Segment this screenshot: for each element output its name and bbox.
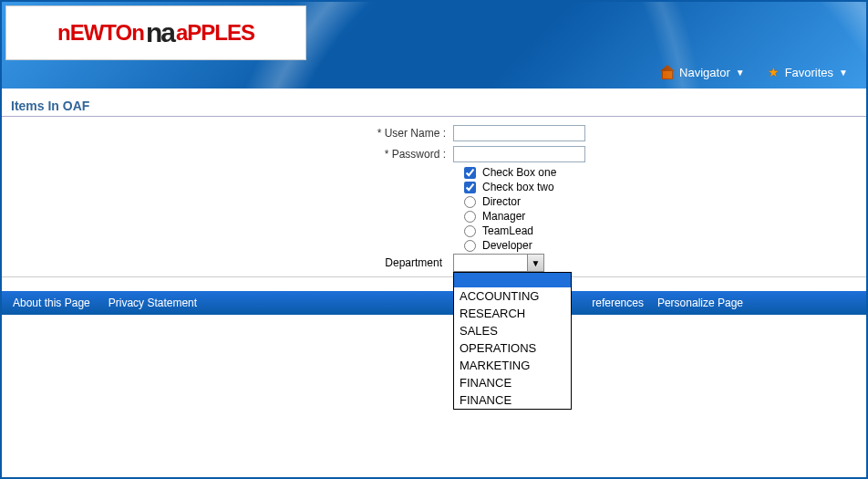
radio-director-label: Director: [482, 195, 521, 208]
header: nEWTOn na aPPLES Navigator ▼ ★ Favorites…: [2, 2, 866, 89]
radio-manager[interactable]: Manager: [464, 210, 525, 223]
radio-teamlead-input[interactable]: [464, 225, 476, 237]
star-icon: ★: [768, 65, 780, 79]
radio-developer[interactable]: Developer: [464, 239, 532, 252]
department-option[interactable]: OPERATIONS: [454, 339, 571, 357]
department-option[interactable]: FINANCE: [454, 374, 571, 391]
content: * User Name : * Password : Check Box one…: [2, 124, 866, 272]
checkbox-one-label: Check Box one: [482, 166, 556, 179]
checkbox-two[interactable]: Check box two: [464, 181, 554, 193]
navigator-menu[interactable]: Navigator ▼: [661, 65, 745, 79]
department-dropdown[interactable]: ▼ ACCOUNTING RESEARCH SALES OPERATIONS M…: [453, 254, 544, 272]
section-title: Items In OAF: [2, 93, 866, 117]
department-option[interactable]: FINANCE: [454, 391, 571, 409]
privacy-link[interactable]: Privacy Statement: [108, 297, 197, 309]
password-label: * Password :: [11, 148, 453, 161]
radio-director[interactable]: Director: [464, 195, 521, 208]
department-selected-value: [454, 255, 527, 271]
checkbox-two-label: Check box two: [482, 181, 554, 193]
department-option[interactable]: ACCOUNTING: [454, 287, 571, 305]
department-display[interactable]: ▼: [453, 254, 544, 272]
radio-row-developer: Developer: [11, 239, 857, 252]
username-input[interactable]: [453, 125, 585, 141]
password-input[interactable]: [453, 146, 585, 162]
department-option[interactable]: MARKETING: [454, 357, 571, 374]
checkbox-one-input[interactable]: [464, 167, 476, 179]
username-label: * User Name :: [11, 127, 453, 140]
username-row: * User Name :: [11, 124, 857, 142]
radio-row-teamlead: TeamLead: [11, 224, 857, 237]
home-icon: [661, 67, 674, 78]
top-menu: Navigator ▼ ★ Favorites ▼: [661, 65, 848, 79]
preferences-link[interactable]: references: [592, 297, 644, 309]
chevron-down-icon[interactable]: ▼: [527, 255, 543, 271]
checkbox-one[interactable]: Check Box one: [464, 166, 556, 179]
radio-teamlead-label: TeamLead: [482, 224, 533, 237]
personalize-link[interactable]: Personalize Page: [657, 297, 743, 309]
logo: nEWTOn na aPPLES: [5, 5, 306, 60]
department-options-list: ACCOUNTING RESEARCH SALES OPERATIONS MAR…: [453, 272, 572, 410]
radio-row-director: Director: [11, 195, 857, 208]
password-row: * Password :: [11, 145, 857, 163]
radio-teamlead[interactable]: TeamLead: [464, 224, 533, 237]
department-option[interactable]: [454, 273, 571, 287]
department-option[interactable]: SALES: [454, 322, 571, 339]
favorites-menu[interactable]: ★ Favorites ▼: [768, 65, 848, 79]
favorites-label: Favorites: [785, 66, 833, 79]
radio-manager-input[interactable]: [464, 211, 476, 223]
checkbox-two-input[interactable]: [464, 182, 476, 193]
logo-text-1: nEWTOn: [57, 20, 144, 46]
chevron-down-icon: ▼: [736, 68, 745, 78]
about-link[interactable]: About this Page: [13, 297, 90, 309]
logo-text-2: aPPLES: [176, 20, 254, 46]
radio-director-input[interactable]: [464, 196, 476, 208]
radio-row-manager: Manager: [11, 210, 857, 223]
department-option[interactable]: RESEARCH: [454, 305, 571, 322]
department-row: Department ▼ ACCOUNTING RESEARCH SALES O…: [11, 254, 857, 272]
department-label: Department: [11, 256, 453, 269]
radio-developer-input[interactable]: [464, 240, 476, 252]
checkbox1-row: Check Box one: [11, 166, 857, 179]
navigator-label: Navigator: [679, 66, 730, 79]
radio-manager-label: Manager: [482, 210, 525, 223]
checkbox2-row: Check box two: [11, 181, 857, 193]
chevron-down-icon: ▼: [839, 68, 848, 78]
radio-developer-label: Developer: [482, 239, 532, 252]
logo-text-mid: na: [146, 17, 174, 48]
divider: [2, 276, 866, 277]
footer: About this Page Privacy Statement refere…: [2, 291, 866, 315]
